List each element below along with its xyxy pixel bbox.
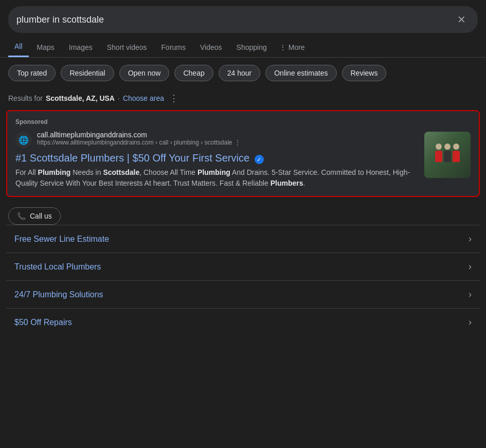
ad-title[interactable]: #1 Scottsdale Plumbers | $50 Off Your Fi… [15,152,471,164]
results-prefix: Results for [8,94,43,102]
sponsored-card: Sponsored 🌐 call.alltimeplumbinganddrain… [6,110,480,197]
chevron-right-icon: › [469,289,472,300]
ad-url-options-button[interactable]: ⋮ [235,139,241,146]
tab-maps[interactable]: Maps [31,38,61,57]
phone-icon: 📞 [17,212,26,220]
person-head [453,144,459,150]
ad-globe-icon: 🌐 [15,132,32,148]
results-separator: · [118,94,120,102]
tab-images[interactable]: Images [63,38,99,57]
search-clear-button[interactable]: ✕ [453,11,470,28]
chevron-right-icon: › [469,317,472,328]
ad-url-domain[interactable]: call.alltimeplumbinganddrains.com [37,131,471,139]
ad-link-sewer-text: Free Sewer Line Estimate [14,235,109,244]
person-body [453,151,460,162]
chip-residential[interactable]: Residential [61,65,114,81]
search-input[interactable] [16,14,453,25]
choose-area-link[interactable]: Choose area [123,94,164,102]
ad-header: 🌐 call.alltimeplumbinganddrains.com http… [15,131,471,148]
tab-short-videos[interactable]: Short videos [101,38,153,57]
ad-url-full: https://www.alltimeplumbinganddrains.com… [37,139,471,146]
people-silhouette [435,144,460,166]
sponsored-label: Sponsored [15,118,471,126]
ad-link-repairs-text: $50 Off Repairs [14,318,72,327]
more-tabs-button[interactable]: ⋮ More [275,38,309,57]
more-tabs-label: More [289,43,305,51]
ad-image-placeholder [424,132,471,178]
ad-link-247[interactable]: 24/7 Plumbing Solutions › [6,281,480,309]
search-bar: ✕ [8,6,478,33]
person-center [444,144,451,162]
ad-link-plumbers[interactable]: Trusted Local Plumbers › [6,253,480,281]
call-us-label: Call us [30,212,52,220]
person-right [453,144,460,162]
tab-forums[interactable]: Forums [155,38,192,57]
tab-all[interactable]: All [8,37,29,57]
chip-online-estimates[interactable]: Online estimates [265,65,336,81]
ad-link-plumbers-text: Trusted Local Plumbers [14,262,101,272]
chevron-right-icon: › [469,261,472,272]
results-info: Results for Scottsdale, AZ, USA · Choose… [0,88,486,110]
ad-link-sewer[interactable]: Free Sewer Line Estimate › [6,225,480,253]
more-dots-icon: ⋮ [279,43,286,51]
nav-tabs: All Maps Images Short videos Forums Vide… [0,37,486,58]
results-options-button[interactable]: ⋮ [169,93,178,104]
ad-title-text: #1 Scottsdale Plumbers | $50 Off Your Fi… [15,152,249,164]
verified-checkmark: ✓ [255,155,264,164]
person-body [435,151,442,162]
person-body [444,151,451,162]
ad-url-block: call.alltimeplumbinganddrains.com https:… [37,131,471,146]
ad-url-full-text: https://www.alltimeplumbinganddrains.com… [37,139,232,146]
chip-top-rated[interactable]: Top rated [8,65,56,81]
ad-links: Free Sewer Line Estimate › Trusted Local… [6,225,480,336]
ad-link-247-text: 24/7 Plumbing Solutions [14,290,103,299]
tab-videos[interactable]: Videos [194,38,228,57]
call-us-button[interactable]: 📞 Call us [8,207,61,225]
tab-shopping[interactable]: Shopping [230,38,273,57]
chip-cheap[interactable]: Cheap [174,65,213,81]
chevron-right-icon: › [469,234,472,244]
chip-24-hour[interactable]: 24 hour [219,65,260,81]
person-left [435,144,442,162]
filter-chips: Top rated Residential Open now Cheap 24 … [0,58,486,88]
ad-link-repairs[interactable]: $50 Off Repairs › [6,309,480,336]
person-head [444,144,451,150]
ad-image [424,132,471,178]
chip-open-now[interactable]: Open now [119,65,170,81]
ad-description: For All Plumbing Needs in Scottsdale, Ch… [15,167,471,189]
results-location: Scottsdale, AZ, USA [46,94,115,102]
person-head [436,144,442,150]
chip-reviews[interactable]: Reviews [342,65,387,81]
